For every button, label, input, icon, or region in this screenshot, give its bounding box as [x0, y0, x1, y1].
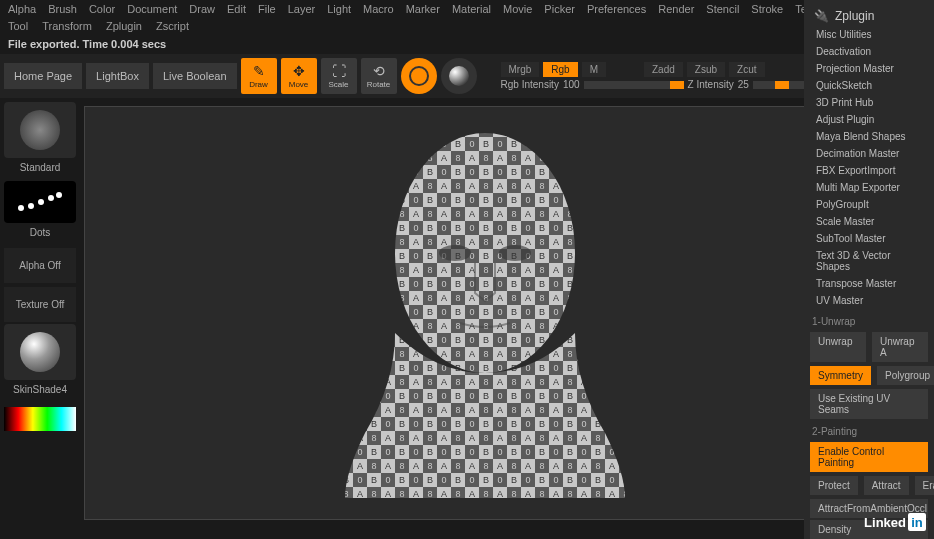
material-thumbnail[interactable]	[4, 324, 76, 380]
menu-item[interactable]: Stroke	[751, 3, 783, 15]
zplugin-palette: 🔌Zplugin Misc Utilities Deactivation Pro…	[804, 0, 934, 539]
stroke-thumbnail[interactable]	[4, 181, 76, 223]
menu-item[interactable]: File	[258, 3, 276, 15]
left-panel: Standard Dots Alpha Off Texture Off Skin…	[0, 98, 80, 528]
svg-point-0	[18, 205, 24, 211]
pencil-icon: ✎	[253, 63, 265, 79]
palette-item[interactable]: UV Master	[808, 292, 930, 309]
color-picker[interactable]	[4, 407, 76, 431]
svg-point-13	[395, 133, 575, 373]
liveboolean-button[interactable]: Live Boolean	[153, 63, 237, 89]
palette-item[interactable]: Multi Map Exporter	[808, 179, 930, 196]
polygroups-button[interactable]: Polygroup	[877, 366, 934, 385]
section-unwrap: 1-Unwrap	[808, 313, 930, 330]
z-intensity-label: Z Intensity	[688, 79, 734, 90]
palette-item[interactable]: FBX ExportImport	[808, 162, 930, 179]
menu-item[interactable]: Layer	[288, 3, 316, 15]
unwrap-button[interactable]: Unwrap	[810, 332, 866, 362]
menu-item[interactable]: Render	[658, 3, 694, 15]
viewport[interactable]: A 8 0 B	[84, 106, 886, 520]
menu-item[interactable]: Light	[327, 3, 351, 15]
attract-button[interactable]: Attract	[864, 476, 909, 495]
symmetry-button[interactable]: Symmetry	[810, 366, 871, 385]
menu-item[interactable]: Edit	[227, 3, 246, 15]
enable-painting-button[interactable]: Enable Control Painting	[810, 442, 928, 472]
rotate-tool[interactable]: ⟲Rotate	[361, 58, 397, 94]
rgb-intensity-value: 100	[563, 79, 580, 90]
rgb-intensity-label: Rgb Intensity	[501, 79, 559, 90]
palette-item[interactable]: Misc Utilities	[808, 26, 930, 43]
unwrap-all-button[interactable]: Unwrap A	[872, 332, 928, 362]
brush-thumbnail[interactable]	[4, 102, 76, 158]
palette-title[interactable]: 🔌Zplugin	[808, 6, 930, 26]
menu-item[interactable]: Movie	[503, 3, 532, 15]
menu-item[interactable]: Marker	[406, 3, 440, 15]
menu-item[interactable]: Brush	[48, 3, 77, 15]
rgb-mode[interactable]: Rgb	[543, 62, 577, 77]
alpha-slot[interactable]: Alpha Off	[4, 248, 76, 283]
scale-icon: ⛶	[332, 63, 346, 79]
m-mode[interactable]: M	[582, 62, 606, 77]
palette-item[interactable]: Maya Blend Shapes	[808, 128, 930, 145]
material-preview-2[interactable]	[441, 58, 477, 94]
menu-item[interactable]: Transform	[42, 20, 92, 32]
useseams-button[interactable]: Use Existing UV Seams	[810, 389, 928, 419]
home-button[interactable]: Home Page	[4, 63, 82, 89]
scale-tool[interactable]: ⛶Scale	[321, 58, 357, 94]
rgb-intensity-slider[interactable]	[584, 81, 684, 89]
palette-item[interactable]: Deactivation	[808, 43, 930, 60]
svg-point-15	[499, 245, 531, 261]
palette-item[interactable]: Decimation Master	[808, 145, 930, 162]
section-painting: 2-Painting	[808, 423, 930, 440]
zadd-mode[interactable]: Zadd	[644, 62, 683, 77]
menu-item[interactable]: Zscript	[156, 20, 189, 32]
menu-item[interactable]: Color	[89, 3, 115, 15]
menu-item[interactable]: Alpha	[8, 3, 36, 15]
palette-item[interactable]: Adjust Plugin	[808, 111, 930, 128]
palette-item[interactable]: Projection Master	[808, 60, 930, 77]
brush-name: Standard	[4, 160, 76, 179]
palette-item[interactable]: QuickSketch	[808, 77, 930, 94]
menu-item[interactable]: Picker	[544, 3, 575, 15]
palette-item[interactable]: Scale Master	[808, 213, 930, 230]
zcut-mode[interactable]: Zcut	[729, 62, 764, 77]
palette-item[interactable]: Transpose Master	[808, 275, 930, 292]
move-tool[interactable]: ✥Move	[281, 58, 317, 94]
menu-item[interactable]: Material	[452, 3, 491, 15]
plug-icon: 🔌	[814, 9, 829, 23]
main-menu: Alpha Brush Color Document Draw Edit Fil…	[0, 0, 934, 18]
linkedin-watermark: Linkedin	[864, 513, 926, 531]
protect-button[interactable]: Protect	[810, 476, 858, 495]
menu-item[interactable]: Preferences	[587, 3, 646, 15]
svg-point-2	[38, 199, 44, 205]
menu-item[interactable]: Document	[127, 3, 177, 15]
menu-item[interactable]: Zplugin	[106, 20, 142, 32]
stroke-name: Dots	[4, 225, 76, 244]
menu-item[interactable]: Stencil	[706, 3, 739, 15]
mrgb-mode[interactable]: Mrgb	[501, 62, 540, 77]
palette-item[interactable]: Text 3D & Vector Shapes	[808, 247, 930, 275]
lightbox-button[interactable]: LightBox	[86, 63, 149, 89]
erase-button[interactable]: Eras	[915, 476, 934, 495]
svg-point-1	[28, 203, 34, 209]
z-intensity-value: 25	[738, 79, 749, 90]
palette-item[interactable]: SubTool Master	[808, 230, 930, 247]
palette-item[interactable]: 3D Print Hub	[808, 94, 930, 111]
menu-item[interactable]: Tool	[8, 20, 28, 32]
material-preview[interactable]	[401, 58, 437, 94]
svg-point-4	[56, 192, 62, 198]
move-icon: ✥	[293, 63, 305, 79]
svg-point-14	[439, 245, 471, 261]
zsub-mode[interactable]: Zsub	[687, 62, 725, 77]
main-menu-2: Tool Transform Zplugin Zscript	[0, 18, 934, 34]
toolbar: Home Page LightBox Live Boolean ✎Draw ✥M…	[0, 54, 934, 98]
texture-slot[interactable]: Texture Off	[4, 287, 76, 322]
menu-item[interactable]: Draw	[189, 3, 215, 15]
palette-item[interactable]: PolyGroupIt	[808, 196, 930, 213]
svg-point-3	[48, 195, 54, 201]
rotate-icon: ⟲	[373, 63, 385, 79]
draw-tool[interactable]: ✎Draw	[241, 58, 277, 94]
status-bar: File exported. Time 0.004 secs	[0, 34, 934, 54]
menu-item[interactable]: Macro	[363, 3, 394, 15]
material-name: SkinShade4	[4, 382, 76, 401]
